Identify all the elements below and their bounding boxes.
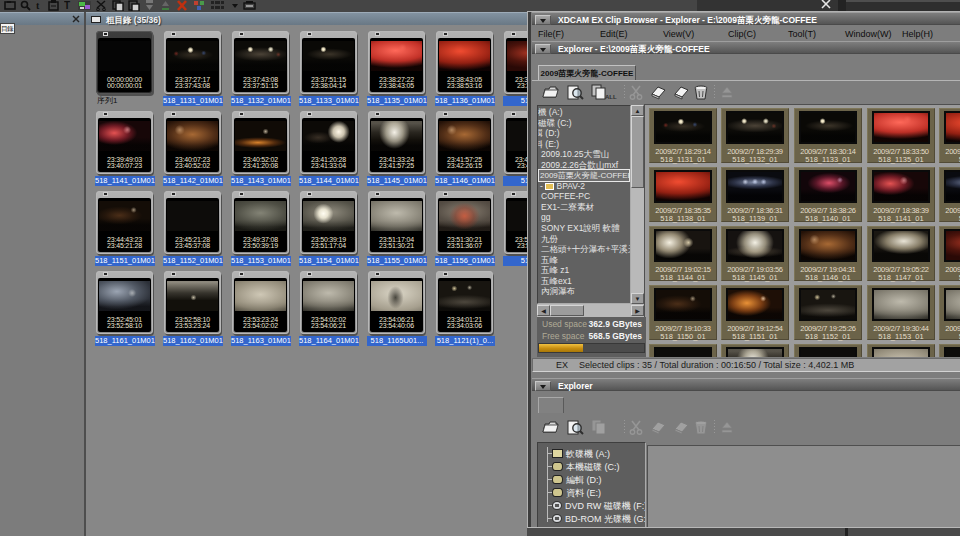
svg-text:T: T [64, 0, 70, 11]
svg-text:ALL: ALL [605, 94, 617, 100]
svg-text:t: t [36, 0, 40, 11]
svg-text:ALL: ALL [605, 429, 617, 435]
